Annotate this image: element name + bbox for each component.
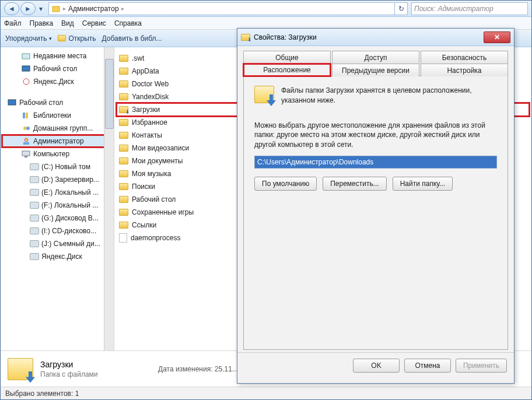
close-icon: ✕	[494, 33, 500, 41]
folder-icon	[58, 35, 66, 41]
folder-icon	[119, 80, 128, 87]
search-input[interactable]: Поиск: Администратор	[411, 2, 528, 15]
tab-location[interactable]: Расположение	[243, 64, 331, 76]
svg-rect-4	[8, 100, 16, 105]
yadisk-icon	[22, 78, 31, 86]
tree-homegroup[interactable]: Домашняя групп...	[2, 122, 113, 135]
tab-previous-versions[interactable]: Предыдущие версии	[332, 64, 419, 76]
tree-drive-d[interactable]: (D:) Зарезервир...	[2, 173, 113, 186]
ok-button[interactable]: OK	[353, 359, 400, 373]
drive-icon	[30, 163, 39, 170]
svg-rect-11	[22, 151, 30, 156]
restore-default-button[interactable]: По умолчанию	[254, 177, 317, 191]
music-folder-icon	[119, 170, 128, 177]
details-modified: Дата изменения: 25.11...	[158, 365, 238, 373]
menu-service[interactable]: Сервис	[82, 19, 106, 27]
downloads-folder-icon	[254, 86, 274, 103]
search-placeholder: Поиск: Администратор	[414, 5, 494, 13]
svg-rect-10	[23, 142, 29, 145]
tree-desktop-fav[interactable]: Рабочий стол	[2, 62, 113, 75]
tree-yadisk-net[interactable]: Яндекс.Диск	[2, 250, 113, 263]
tree-drive-j[interactable]: (J:) Съемный ди...	[2, 237, 113, 250]
nav-forward-button[interactable]: ►	[20, 2, 36, 15]
svg-rect-5	[23, 113, 25, 118]
tab-general[interactable]: Общие	[243, 51, 331, 64]
searches-folder-icon	[119, 183, 128, 190]
tab-row-2: Расположение Предыдущие версии Настройка	[243, 64, 508, 76]
move-button[interactable]: Переместить...	[323, 177, 387, 191]
desktop-icon	[22, 65, 31, 73]
links-folder-icon	[119, 222, 128, 229]
chevron-right-icon: ▸	[63, 5, 66, 12]
desktop-icon	[8, 99, 17, 107]
documents-folder-icon	[119, 157, 128, 164]
menu-file[interactable]: Файл	[4, 19, 22, 27]
svg-point-3	[23, 79, 29, 85]
tree-desktop-root[interactable]: Рабочий стол	[2, 96, 113, 109]
tree-drive-e[interactable]: (E:) Локальный ...	[2, 186, 113, 199]
downloads-folder-icon	[119, 106, 128, 113]
tab-row-1: Общие Доступ Безопасность	[243, 51, 508, 64]
menu-edit[interactable]: Правка	[30, 19, 54, 27]
computer-icon	[22, 150, 31, 158]
drive-icon	[30, 215, 39, 222]
recent-icon	[22, 52, 31, 60]
refresh-button[interactable]: ↻	[395, 2, 408, 15]
tree-user-admin[interactable]: Администратор	[2, 135, 113, 148]
tree-drive-g[interactable]: (G:) Дисковод B...	[2, 212, 113, 224]
tab-customize[interactable]: Настройка	[421, 64, 508, 76]
dialog-footer: OK Отмена Применить	[237, 352, 514, 378]
downloads-folder-large-icon	[8, 358, 33, 380]
folder-icon	[119, 68, 128, 75]
downloads-folder-icon	[241, 34, 250, 41]
breadcrumb-user[interactable]: Администратор	[68, 5, 119, 13]
find-target-button[interactable]: Найти папку...	[393, 177, 453, 191]
folder-icon	[119, 93, 128, 100]
tab-security[interactable]: Безопасность	[421, 51, 508, 64]
tab-sharing[interactable]: Доступ	[332, 51, 419, 64]
contacts-folder-icon	[119, 132, 128, 139]
location-desc-1: Файлы папки Загрузки хранятся в целевом …	[281, 86, 497, 106]
path-input[interactable]: C:\Users\Администратор\Downloads	[254, 156, 497, 169]
address-bar[interactable]: ▸ Администратор ▸	[48, 2, 395, 15]
cd-drive-icon	[30, 227, 39, 234]
svg-rect-12	[24, 156, 27, 157]
organize-button[interactable]: Упорядочить▾	[5, 34, 52, 43]
svg-rect-1	[22, 54, 30, 59]
svg-point-9	[24, 138, 28, 142]
add-to-library-button[interactable]: Добавить в библ...	[102, 34, 162, 43]
titlebar: ◄ ► ▾ ▸ Администратор ▸ ↻ Поиск: Админис…	[1, 1, 531, 17]
svg-rect-6	[26, 113, 28, 118]
tree-yadisk-fav[interactable]: Яндекс.Диск	[2, 75, 113, 88]
tree-drive-f[interactable]: (F:) Локальный ...	[2, 199, 113, 212]
folder-icon	[119, 55, 128, 62]
details-title: Загрузки	[40, 360, 98, 369]
svg-point-8	[26, 127, 30, 130]
drive-icon	[30, 176, 39, 183]
svg-rect-2	[22, 66, 30, 71]
tree-recent[interactable]: Недавние места	[2, 50, 113, 62]
nav-back-button[interactable]: ◄	[4, 2, 19, 15]
cancel-button[interactable]: Отмена	[404, 359, 451, 373]
close-button[interactable]: ✕	[484, 31, 510, 43]
drive-icon	[30, 189, 39, 196]
tree-scrollbar[interactable]	[104, 47, 114, 350]
dialog-titlebar: Свойства: Загрузки ✕	[237, 29, 514, 46]
tree-drive-i[interactable]: (I:) CD-дисково...	[2, 224, 113, 237]
tree-computer[interactable]: Компьютер	[2, 148, 113, 160]
tab-panel-location: Файлы папки Загрузки хранятся в целевом …	[243, 76, 508, 350]
favorites-folder-icon	[119, 119, 128, 126]
details-subtitle: Папка с файлами	[40, 370, 98, 378]
scrollbar-thumb[interactable]	[105, 59, 114, 129]
user-icon	[51, 5, 61, 13]
location-desc-2: Можно выбрать другое местоположение для …	[254, 121, 497, 150]
menu-help[interactable]: Справка	[114, 19, 142, 27]
nav-history-dropdown[interactable]: ▾	[37, 2, 45, 15]
menu-view[interactable]: Вид	[61, 19, 74, 27]
yadisk-icon	[30, 253, 39, 260]
chevron-right-icon: ▸	[121, 5, 124, 12]
tree-drive-c[interactable]: (C:) Новый том	[2, 160, 113, 173]
apply-button[interactable]: Применить	[456, 359, 507, 373]
open-button[interactable]: Открыть	[58, 34, 96, 43]
tree-libraries[interactable]: Библиотеки	[2, 109, 113, 122]
